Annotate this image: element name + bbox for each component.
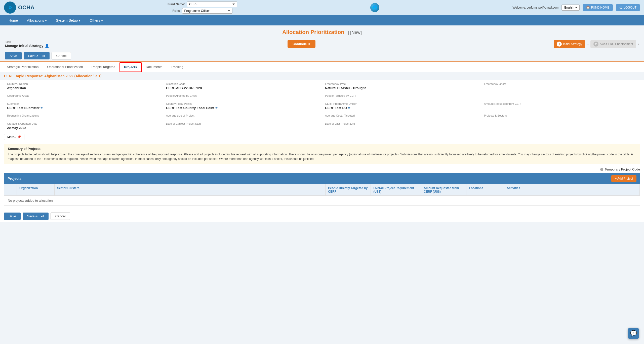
temp-code-label: Temporary Project Code — [605, 167, 640, 171]
tab-projects[interactable]: Projects — [119, 62, 141, 72]
col-amount-requested: Amount Requested from CERF (US$) — [421, 184, 466, 195]
save-button[interactable]: Save — [5, 52, 22, 59]
col-sectors: Sector/Clusters — [55, 184, 326, 195]
add-project-button[interactable]: + Add Project — [611, 175, 636, 182]
save-exit-button[interactable]: Save & Exit — [24, 52, 50, 59]
focal-point-edit-icon[interactable]: ✏ — [215, 106, 218, 110]
welcome-text: Welcome: cerfgms.po@gmail.com — [513, 6, 559, 9]
no-projects-message: No projects added to allocation — [4, 196, 640, 206]
fund-name-label: Fund Name: — [168, 3, 185, 6]
continue-button[interactable]: Continue ⇒ — [288, 40, 315, 48]
fund-home-button[interactable]: 🏠 FUND HOME — [583, 4, 613, 11]
step-2-number: 2 — [593, 42, 598, 47]
step-arrow: – — [587, 42, 589, 46]
avg-project-size-cell: Average size of Project — [163, 112, 322, 120]
avg-cost-cell: Average Cost / Targeted — [322, 112, 481, 120]
bottom-action-bar: Save Save & Exit Cancel — [0, 210, 644, 222]
earliest-start-cell: Date of Earliest Project Start — [163, 120, 322, 132]
step-2: 2 Await ERC Endorsement — [590, 40, 636, 48]
fund-role-area: Fund Name: CERF Role: Programme Officer — [168, 2, 237, 14]
nav-allocations-label: Allocations — [27, 18, 44, 22]
logout-label: LOGOUT — [624, 6, 636, 9]
emergency-type-cell: Emergency Type Natural Disaster - Drough… — [322, 80, 481, 92]
step-1-number: 1 — [557, 42, 562, 47]
projects-sectors-cell: Projects & Sectors — [481, 112, 640, 120]
projects-header: Projects + Add Project — [4, 173, 640, 184]
language-label: English — [564, 6, 574, 9]
fund-select[interactable]: CERF — [187, 2, 237, 7]
language-button[interactable]: English ▾ — [561, 5, 579, 11]
globe-icon[interactable]: 🌐 — [370, 3, 379, 12]
chevron-down-icon: ▾ — [101, 18, 103, 22]
role-row: Role: Programme Officer — [173, 8, 232, 14]
cancel-button[interactable]: Cancel — [52, 52, 71, 59]
amount-requested-cell: Amount Requested from CERF — [481, 100, 640, 112]
role-label: Role: — [173, 9, 180, 13]
submitter-cell: Submitter CERF Test Submitter ✏ — [4, 100, 163, 112]
nav-system-setup-label: System Setup — [56, 18, 78, 22]
person-icon: 👤 — [45, 44, 49, 48]
task-left: Task Manage Initial Strategy 👤 — [5, 40, 49, 48]
top-bar: 🌐 OCHA Fund Name: CERF Role: Programme O… — [0, 0, 644, 15]
col-organization: Organization — [17, 184, 55, 195]
task-area: Task Manage Initial Strategy 👤 Continue … — [0, 38, 644, 50]
step-1-label: Initial Strategy — [563, 42, 582, 46]
tab-label: Strategic Prioritization — [7, 65, 38, 69]
temp-code-row: Temporary Project Code — [0, 166, 644, 173]
bottom-save-button[interactable]: Save — [4, 213, 21, 220]
task-label: Task — [5, 40, 49, 43]
info-grid-row2: Geographic Areas People Affected by Cris… — [0, 92, 644, 100]
po-edit-icon[interactable]: ✏ — [348, 106, 350, 110]
tab-label: Projects — [124, 65, 137, 69]
chevron-down-icon: ▾ — [45, 18, 47, 22]
projects-title: Projects — [8, 177, 21, 181]
ocha-text: OCHA — [18, 4, 34, 11]
nav-bar: Home Allocations ▾ System Setup ▾ Others… — [0, 15, 644, 25]
emergency-onset-cell: Emergency Onset — [481, 80, 640, 92]
top-right-area: Welcome: cerfgms.po@gmail.com English ▾ … — [513, 4, 640, 11]
logout-icon: ⏻ — [619, 6, 622, 9]
role-select[interactable]: Programme Officer — [182, 8, 232, 14]
targeted-cerf-cell: People Targeted by CERF — [322, 92, 481, 100]
tab-label: Operational Prioritization — [47, 65, 83, 69]
home-icon: 🏠 — [586, 6, 590, 9]
task-name: Manage Initial Strategy 👤 — [5, 44, 49, 48]
info-grid-row4: Requesting Organizations Average size of… — [0, 112, 644, 120]
step-indicators: 1 Initial Strategy – 2 Await ERC Endorse… — [554, 40, 639, 48]
focal-points-cell: Country Focal Points CERF Test Country F… — [163, 100, 322, 112]
page-badge: | [New] — [348, 30, 362, 35]
tabs: Strategic Prioritization Operational Pri… — [0, 62, 644, 72]
tab-people-targeted[interactable]: People Targeted — [87, 62, 119, 72]
nav-home-label: Home — [9, 18, 18, 22]
nav-system-setup[interactable]: System Setup ▾ — [51, 15, 85, 25]
po-cell: CERF Programme Officer CERF Test PO ✏ — [322, 100, 481, 112]
projects-section: Projects + Add Project Organization Sect… — [0, 173, 644, 210]
last-end-cell: Date of Last Project End — [322, 120, 481, 132]
bottom-save-exit-button[interactable]: Save & Exit — [23, 213, 49, 220]
country-cell: Country / Region Afghanistan — [4, 80, 163, 92]
summary-title: Summary of Projects — [8, 147, 636, 151]
fund-row: Fund Name: CERF — [168, 2, 237, 7]
nav-home[interactable]: Home — [4, 15, 22, 25]
logout-button[interactable]: ⏻ LOGOUT — [616, 4, 640, 11]
nav-allocations[interactable]: Allocations ▾ — [22, 15, 51, 25]
un-logo: 🌐 — [4, 2, 16, 14]
table-header: Organization Sector/Clusters People Dire… — [4, 184, 640, 196]
tab-strategic-prioritization[interactable]: Strategic Prioritization — [3, 62, 43, 72]
code-cell: Allocation Code CERF-AFG-22-RR-0928 — [163, 80, 322, 92]
affected-cell: People Affected by Crisis — [163, 92, 322, 100]
fund-home-label: FUND HOME — [591, 6, 610, 9]
tab-operational-prioritization[interactable]: Operational Prioritization — [43, 62, 87, 72]
chevron-down-icon: ▾ — [79, 18, 80, 22]
main-content: Strategic Prioritization Operational Pri… — [0, 61, 644, 222]
col-overall-requirement: Overall Project Requirement (US$) — [371, 184, 421, 195]
submitter-edit-icon[interactable]: ✏ — [41, 106, 43, 110]
nav-others[interactable]: Others ▾ — [85, 15, 107, 25]
info-grid-row5: Created & Updated Date 20 May 2022 Date … — [0, 120, 644, 132]
tab-tracking[interactable]: Tracking — [167, 62, 187, 72]
page-title: Allocation Prioritization — [282, 29, 344, 35]
more-button[interactable]: More.. 📌 — [4, 134, 24, 140]
tab-label: Tracking — [171, 65, 183, 69]
bottom-cancel-button[interactable]: Cancel — [51, 213, 70, 220]
tab-documents[interactable]: Documents — [142, 62, 167, 72]
